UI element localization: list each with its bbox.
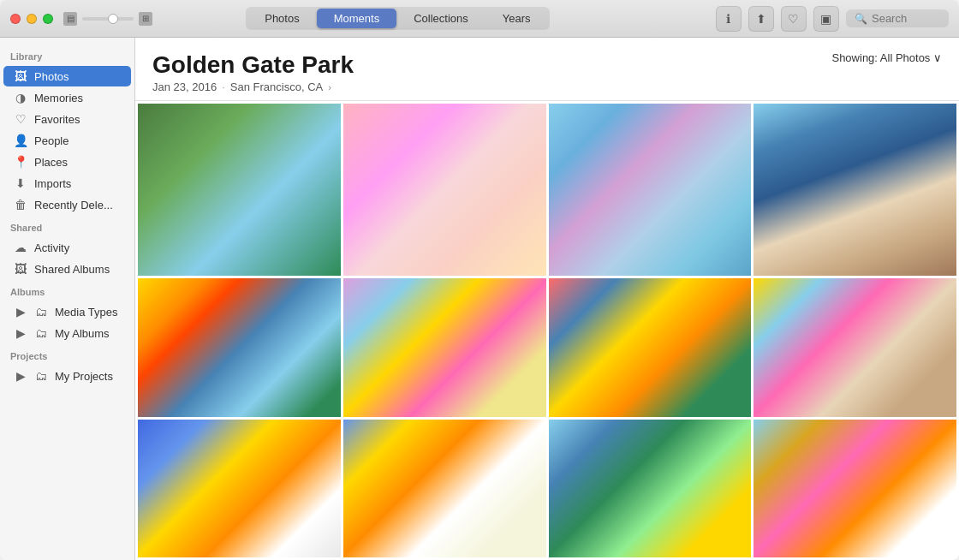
- folder2-icon: 🗂: [34, 326, 48, 340]
- minimize-button[interactable]: [27, 14, 37, 24]
- share-button[interactable]: ⬆: [748, 6, 774, 32]
- page-title: Golden Gate Park: [152, 51, 354, 79]
- tab-photos[interactable]: Photos: [247, 9, 316, 28]
- photo-image: [138, 278, 341, 416]
- photo-image: [754, 278, 956, 416]
- toolbar-icons: ℹ ⬆ ♡ ▣ 🔍: [716, 6, 949, 32]
- sidebar-label-imports: Imports: [34, 177, 71, 190]
- window-controls: ▤ ⊞: [63, 12, 152, 26]
- sidebar-label-my-projects: My Projects: [55, 370, 113, 383]
- photo-image: [754, 420, 956, 557]
- photo-cell[interactable]: [138, 420, 341, 557]
- search-box[interactable]: 🔍: [846, 9, 949, 27]
- sidebar-item-activity[interactable]: ☁ Activity: [3, 237, 131, 258]
- trash-icon: 🗑: [14, 198, 27, 211]
- expand3-icon: ▶: [14, 369, 27, 383]
- close-button[interactable]: [10, 14, 21, 24]
- sidebar-item-people[interactable]: 👤 People: [3, 130, 131, 151]
- sidebar-label-memories: Memories: [34, 92, 83, 104]
- photo-image: [343, 104, 546, 276]
- content-area: Golden Gate Park Jan 23, 2016 · San Fran…: [135, 38, 959, 560]
- sidebar-label-favorites: Favorites: [34, 113, 80, 126]
- photo-image: [549, 420, 752, 557]
- photo-cell[interactable]: [343, 278, 546, 416]
- content-subtitle: Jan 23, 2016 · San Francisco, CA ›: [152, 80, 354, 93]
- photo-image: [343, 420, 546, 557]
- search-input[interactable]: [872, 12, 940, 25]
- showing-label: Showing: All Photos: [831, 51, 930, 64]
- sidebar-label-people: People: [34, 134, 68, 147]
- showing-control[interactable]: Showing: All Photos ∨: [831, 51, 942, 64]
- sidebar-section-albums: Albums: [0, 280, 134, 301]
- sidebar-item-my-projects[interactable]: ▶ 🗂 My Projects: [3, 366, 131, 386]
- folder-icon: 🗂: [34, 305, 48, 319]
- tab-collections[interactable]: Collections: [396, 9, 485, 28]
- sidebar-item-imports[interactable]: ⬇ Imports: [3, 173, 131, 194]
- photo-image: [754, 104, 956, 276]
- search-icon: 🔍: [855, 13, 867, 25]
- sidebar-item-my-albums[interactable]: ▶ 🗂 My Albums: [3, 323, 131, 343]
- titlebar: ▤ ⊞ Photos Moments Collections Years ℹ ⬆…: [0, 0, 959, 38]
- folder3-icon: 🗂: [34, 369, 48, 383]
- sidebar-item-shared-albums[interactable]: 🖼 Shared Albums: [3, 259, 131, 279]
- sidebar-item-places[interactable]: 📍 Places: [3, 152, 131, 172]
- tab-moments[interactable]: Moments: [317, 9, 396, 28]
- photo-image: [138, 420, 341, 557]
- photo-cell[interactable]: [549, 278, 752, 416]
- location-chevron-icon[interactable]: ›: [328, 82, 331, 92]
- photo-image: [138, 104, 341, 276]
- sidebar-label-places: Places: [34, 156, 68, 169]
- sidebar-item-photos[interactable]: 🖼 Photos: [3, 66, 131, 86]
- info-button[interactable]: ℹ: [716, 6, 742, 32]
- shared-albums-icon: 🖼: [14, 262, 27, 276]
- separator: ·: [222, 80, 225, 93]
- sidebar-label-media-types: Media Types: [55, 306, 117, 319]
- photos-icon: 🖼: [14, 69, 27, 83]
- showing-chevron-icon: ∨: [933, 51, 942, 64]
- tab-group: Photos Moments Collections Years: [246, 7, 549, 30]
- sidebar-label-activity: Activity: [34, 241, 69, 254]
- photo-cell[interactable]: [754, 104, 956, 276]
- people-icon: 👤: [14, 134, 27, 147]
- sidebar-toggle-icon[interactable]: ▤: [63, 12, 77, 26]
- event-date: Jan 23, 2016: [152, 80, 217, 93]
- sidebar-item-recently-deleted[interactable]: 🗑 Recently Dele...: [3, 194, 131, 215]
- slideshow-button[interactable]: ▣: [813, 6, 839, 32]
- sidebar: Library 🖼 Photos ◑ Memories ♡ Favorites …: [0, 38, 135, 560]
- photo-cell[interactable]: [754, 278, 956, 416]
- sidebar-item-media-types[interactable]: ▶ 🗂 Media Types: [3, 301, 131, 322]
- expand2-icon: ▶: [14, 326, 27, 340]
- sidebar-section-shared: Shared: [0, 216, 134, 236]
- zoom-slider[interactable]: [82, 17, 134, 21]
- photo-cell[interactable]: [549, 420, 752, 557]
- event-location: San Francisco, CA: [230, 80, 323, 93]
- grid-icon[interactable]: ⊞: [139, 12, 152, 26]
- photo-image: [549, 104, 752, 276]
- photo-cell[interactable]: [343, 420, 546, 557]
- sidebar-label-photos: Photos: [34, 70, 68, 83]
- sidebar-label-my-albums: My Albums: [55, 327, 110, 340]
- expand-icon: ▶: [14, 305, 27, 319]
- sidebar-label-shared-albums: Shared Albums: [34, 263, 110, 276]
- favorites-icon: ♡: [14, 112, 27, 126]
- traffic-lights: [10, 14, 53, 24]
- activity-icon: ☁: [14, 241, 27, 254]
- sidebar-item-memories[interactable]: ◑ Memories: [3, 87, 131, 108]
- sidebar-item-favorites[interactable]: ♡ Favorites: [3, 109, 131, 129]
- photo-cell[interactable]: [754, 420, 956, 557]
- main-area: Library 🖼 Photos ◑ Memories ♡ Favorites …: [0, 38, 959, 560]
- photo-cell[interactable]: [138, 278, 341, 416]
- tab-years[interactable]: Years: [485, 9, 548, 28]
- favorite-button[interactable]: ♡: [781, 6, 807, 32]
- photo-cell[interactable]: [549, 104, 752, 276]
- sidebar-section-library: Library: [0, 45, 134, 65]
- photo-image: [343, 278, 546, 416]
- imports-icon: ⬇: [14, 176, 27, 190]
- photo-grid: [135, 101, 959, 560]
- sidebar-section-projects: Projects: [0, 344, 134, 365]
- photo-image: [549, 278, 752, 416]
- photo-cell[interactable]: [138, 104, 341, 276]
- photo-cell[interactable]: [343, 104, 546, 276]
- maximize-button[interactable]: [43, 14, 53, 24]
- sidebar-label-recently-deleted: Recently Dele...: [34, 199, 113, 211]
